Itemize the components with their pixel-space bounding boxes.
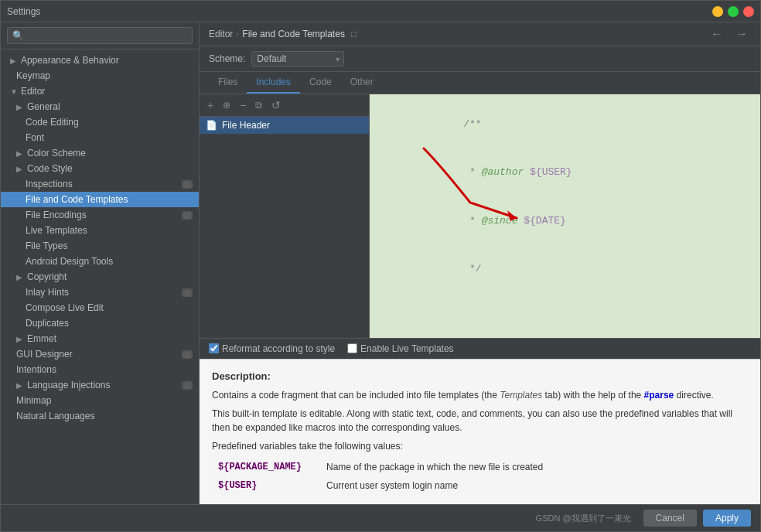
maximize-button[interactable] [728, 6, 739, 17]
sidebar-item-compose-live-edit[interactable]: Compose Live Edit [1, 300, 199, 315]
code-editor: /** * @author ${USER} * @since ${DATE} *… [370, 94, 760, 338]
scheme-select-wrapper: Default Custom [251, 51, 344, 66]
sidebar-item-label: Language Injections [27, 380, 110, 390]
description-panel: Description: Contains a code fragment th… [200, 359, 760, 505]
sidebar-item-appearance[interactable]: ▶ Appearance & Behavior [1, 53, 199, 68]
reformat-option[interactable]: Reformat according to style [209, 343, 335, 354]
back-button[interactable]: ← [708, 27, 726, 41]
badge: □ [182, 350, 193, 359]
main-content: ▶ Appearance & Behavior Keymap ▼ Editor … [1, 22, 760, 504]
sidebar-item-font[interactable]: Font [1, 130, 199, 145]
title-bar: Settings [1, 1, 760, 22]
tabs-bar: Files Includes Code Other [200, 72, 760, 94]
sidebar-tree: ▶ Appearance & Behavior Keymap ▼ Editor … [1, 49, 199, 504]
code-line-4: */ [379, 245, 751, 293]
reformat-label: Reformat according to style [222, 343, 335, 354]
panel-nav: ← → [708, 27, 751, 41]
search-input[interactable] [7, 27, 193, 44]
panel-header: Editor › File and Code Templates □ ← → [200, 22, 760, 46]
expand-icon: ▼ [10, 87, 18, 96]
sidebar-item-file-code-templates[interactable]: File and Code Templates [1, 192, 199, 207]
sidebar-item-natural-languages[interactable]: Natural Languages [1, 408, 199, 424]
remove-button[interactable]: − [237, 97, 249, 113]
help-icon[interactable]: □ [351, 29, 357, 39]
tab-files[interactable]: Files [209, 72, 247, 94]
sidebar-item-label: Minimap [16, 395, 51, 406]
sidebar-item-intentions[interactable]: Intentions [1, 362, 199, 377]
sidebar-item-live-templates[interactable]: Live Templates [1, 223, 199, 238]
sidebar-item-file-encodings[interactable]: File Encodings □ [1, 207, 199, 223]
expand-icon: ▶ [16, 381, 24, 390]
sidebar-item-label: File Encodings [26, 210, 87, 220]
watermark: GSDN @我遇到了一束光 [536, 513, 631, 524]
tab-other[interactable]: Other [341, 72, 383, 94]
sidebar-item-label: File Types [26, 240, 67, 251]
description-para-3: Predefined variables take the following … [212, 439, 748, 453]
expand-icon: ▶ [16, 103, 24, 111]
scheme-bar: Scheme: Default Custom [200, 46, 760, 72]
description-title: Description: [212, 369, 748, 384]
sidebar-item-code-editing[interactable]: Code Editing [1, 114, 199, 130]
minimize-button[interactable] [712, 6, 723, 17]
sidebar-item-label: Live Templates [26, 225, 87, 236]
sidebar-item-file-types[interactable]: File Types [1, 238, 199, 254]
file-list-toolbar: + ⊕ − ⧉ ↺ [200, 94, 369, 117]
scheme-select[interactable]: Default Custom [251, 51, 344, 66]
sidebar-item-editor[interactable]: ▼ Editor [1, 84, 199, 99]
file-item-header[interactable]: 📄 File Header [200, 117, 369, 134]
code-content[interactable]: /** * @author ${USER} * @since ${DATE} *… [370, 94, 760, 338]
scheme-label: Scheme: [209, 53, 245, 64]
code-line-1: /** [379, 101, 751, 148]
sidebar-item-label: GUI Designer [16, 349, 73, 360]
main-panel: Editor › File and Code Templates □ ← → S… [200, 22, 760, 504]
sidebar-item-general[interactable]: ▶ General [1, 99, 199, 114]
sidebar-item-language-injections[interactable]: ▶ Language Injections □ [1, 377, 199, 393]
sidebar-item-label: Natural Languages [16, 411, 94, 421]
sidebar-item-label: Font [26, 132, 44, 143]
sidebar-item-color-scheme[interactable]: ▶ Color Scheme [1, 145, 199, 161]
reformat-checkbox[interactable] [209, 343, 219, 353]
live-templates-checkbox[interactable] [347, 343, 357, 353]
sidebar-item-label: Code Editing [26, 117, 79, 128]
cancel-button[interactable]: Cancel [643, 510, 697, 527]
add-button[interactable]: + [204, 97, 217, 113]
expand-icon: ▶ [16, 149, 24, 158]
window-controls [712, 6, 754, 17]
sidebar-item-code-style[interactable]: ▶ Code Style [1, 161, 199, 176]
live-templates-label: Enable Live Templates [360, 343, 454, 354]
sidebar-item-duplicates[interactable]: Duplicates [1, 315, 199, 331]
window-title: Settings [7, 6, 40, 17]
sidebar-item-inspections[interactable]: Inspections □ [1, 176, 199, 192]
sidebar-item-label: Appearance & Behavior [21, 55, 119, 66]
sidebar-item-emmet[interactable]: ▶ Emmet [1, 331, 199, 346]
expand-icon: ▶ [16, 165, 24, 173]
badge: □ [182, 381, 193, 390]
sidebar-item-copyright[interactable]: ▶ Copyright [1, 269, 199, 285]
tab-includes[interactable]: Includes [247, 72, 300, 94]
sidebar-item-label: General [27, 101, 60, 112]
close-button[interactable] [743, 6, 754, 17]
var-name-package: ${PACKAGE_NAME} [212, 458, 320, 476]
file-item-label: File Header [222, 120, 270, 131]
file-icon: 📄 [206, 120, 217, 131]
sidebar-item-label: Keymap [16, 70, 50, 81]
live-templates-option[interactable]: Enable Live Templates [347, 343, 454, 354]
sidebar-item-android-design-tools[interactable]: Android Design Tools [1, 254, 199, 269]
forward-button[interactable]: → [732, 27, 751, 41]
sidebar-item-keymap[interactable]: Keymap [1, 68, 199, 84]
expand-icon: ▶ [10, 56, 18, 65]
var-desc-user: Current user system login name [320, 476, 748, 495]
revert-button[interactable]: ↺ [268, 97, 284, 113]
expand-icon: ▶ [16, 273, 24, 281]
sidebar-item-minimap[interactable]: Minimap [1, 393, 199, 408]
file-list: + ⊕ − ⧉ ↺ 📄 File Header [200, 94, 370, 338]
expand-icon: ▶ [16, 335, 24, 343]
sidebar-item-inlay-hints[interactable]: Inlay Hints □ [1, 285, 199, 300]
duplicate-button[interactable]: ⧉ [252, 97, 265, 113]
options-bar: Reformat according to style Enable Live … [200, 338, 760, 359]
sidebar-item-label: Inspections [26, 179, 73, 189]
apply-button[interactable]: Apply [703, 510, 751, 527]
sidebar-item-gui-designer[interactable]: GUI Designer □ [1, 346, 199, 362]
tab-code[interactable]: Code [300, 72, 341, 94]
copy-button[interactable]: ⊕ [220, 97, 234, 113]
